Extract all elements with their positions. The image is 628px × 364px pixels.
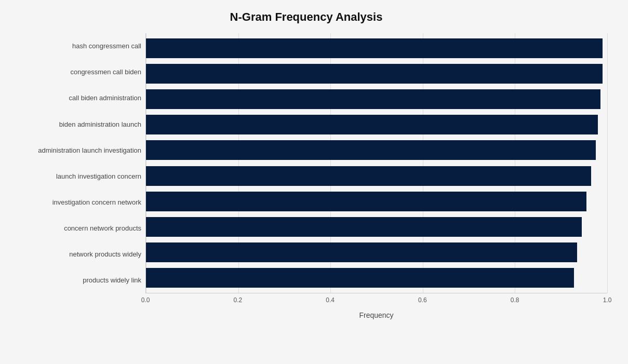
bar xyxy=(146,242,577,262)
bar-row xyxy=(146,214,607,239)
bar-row xyxy=(146,188,607,214)
chart-container: N-Gram Frequency Analysis hash congressm… xyxy=(0,0,628,364)
y-label: concern network products xyxy=(5,215,141,241)
bar xyxy=(146,268,574,288)
y-label: investigation concern network xyxy=(5,190,141,215)
y-label: hash congressmen call xyxy=(5,33,141,59)
bars-area xyxy=(145,33,607,293)
bar xyxy=(146,192,586,211)
bar xyxy=(146,64,603,84)
y-label: administration launch investigation xyxy=(5,137,141,163)
x-tick: 0.6 xyxy=(418,296,427,304)
bar xyxy=(146,115,598,134)
y-label: launch investigation concern xyxy=(5,163,141,189)
chart-area: hash congressmen callcongressmen call bi… xyxy=(5,33,607,319)
bar xyxy=(146,166,591,186)
x-axis-label: Frequency xyxy=(145,311,607,319)
bar xyxy=(146,89,600,109)
bar-row xyxy=(146,86,607,112)
bar xyxy=(146,217,582,237)
bar-row xyxy=(146,112,607,138)
x-tick: 0.8 xyxy=(511,296,519,304)
grid-line xyxy=(607,33,608,293)
bar-row xyxy=(146,61,607,86)
x-tick: 0.0 xyxy=(141,296,150,304)
bar xyxy=(146,38,603,58)
x-tick: 0.4 xyxy=(326,296,335,304)
plot-area: hash congressmen callcongressmen call bi… xyxy=(5,33,607,293)
bar-row xyxy=(146,265,607,291)
chart-title: N-Gram Frequency Analysis xyxy=(5,10,607,24)
bar xyxy=(146,140,596,160)
bar-row xyxy=(146,35,607,61)
x-tick: 0.2 xyxy=(233,296,242,304)
y-label: products widely link xyxy=(5,267,141,293)
bar-row xyxy=(146,240,607,265)
y-label: call biden administration xyxy=(5,85,141,111)
y-labels: hash congressmen callcongressmen call bi… xyxy=(5,33,145,293)
y-label: congressmen call biden xyxy=(5,59,141,85)
x-tick: 1.0 xyxy=(603,296,612,304)
y-label: network products widely xyxy=(5,241,141,267)
bar-row xyxy=(146,163,607,188)
y-label: biden administration launch xyxy=(5,111,141,137)
x-axis: 0.00.20.40.60.81.0 xyxy=(145,293,607,296)
bar-row xyxy=(146,138,607,163)
